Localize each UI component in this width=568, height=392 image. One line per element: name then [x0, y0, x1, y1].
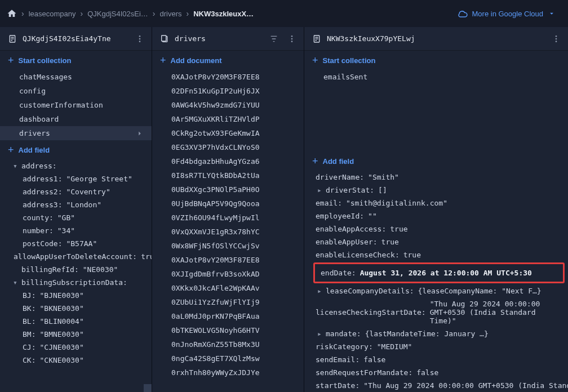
field-address1[interactable]: address1"George Street" — [0, 172, 152, 185]
field-county[interactable]: county"GB" — [0, 211, 152, 224]
more-in-google-cloud[interactable]: More in Google Cloud — [452, 5, 561, 22]
collection-item-selected[interactable]: drivers — [0, 126, 152, 140]
crumb-2[interactable]: drivers — [160, 10, 182, 18]
chevron-down-icon — [548, 10, 556, 17]
plus-icon: + — [160, 55, 166, 65]
svg-point-18 — [556, 41, 557, 42]
start-collection[interactable]: + Start collection — [0, 51, 152, 70]
field-bm[interactable]: BM"BMNE0030" — [0, 328, 152, 341]
start-collection[interactable]: + Start collection — [304, 51, 568, 70]
field-cj[interactable]: CJ"CJNE0030" — [0, 341, 152, 354]
plus-icon: + — [312, 55, 318, 65]
field-bl[interactable]: BL"BLIN0004" — [0, 315, 152, 328]
document-item[interactable]: 0VxQXXmVJE1gR3x78hYC — [152, 225, 304, 239]
document-item[interactable]: 0bTKEWOLVG5NoyhG6HTV — [152, 323, 304, 337]
field-number[interactable]: number"34" — [0, 224, 152, 237]
field-sendrequestmandate[interactable]: sendRequestForMandatefalse — [304, 366, 568, 379]
collection-icon — [160, 34, 169, 43]
svg-point-10 — [291, 38, 293, 39]
crumb-0[interactable]: leasecompany — [29, 10, 76, 18]
field-email[interactable]: email"smith@digitalinnk.com" — [304, 197, 568, 210]
panel2-overflow-menu[interactable] — [286, 33, 298, 45]
svg-point-6 — [139, 41, 141, 42]
field-employeeid[interactable]: employeeId"" — [304, 210, 568, 222]
document-item[interactable]: 0aL0MdJ0prKN7PqBFAua — [152, 309, 304, 323]
collapse-icon[interactable]: ▾ — [11, 162, 19, 170]
field-ck[interactable]: CK"CKNE0030" — [0, 354, 152, 367]
field-enableappaccess[interactable]: enableAppAccesstrue — [304, 222, 568, 235]
document-item[interactable]: 0Fd4bdgazbHhuAgYGza6 — [152, 154, 304, 168]
home-icon[interactable] — [7, 8, 17, 19]
field-startdate[interactable]: startDate"Thu Aug 29 2024 00:00:00 GMT+0… — [304, 379, 568, 392]
document-item[interactable]: 0XJIgdDmBfrvB3soXkAD — [152, 267, 304, 281]
collection-item[interactable]: emailsSent — [304, 70, 568, 84]
panel2-title: drivers — [175, 34, 262, 43]
panel-collection-middle: drivers + Add document 0XAJotP8vY20M3F87… — [152, 27, 304, 392]
document-item[interactable]: 0XAJotP8vY20M3F87EE8 — [152, 253, 304, 267]
expand-icon[interactable]: ▸ — [316, 329, 323, 338]
chevron-right-icon — [136, 130, 144, 137]
field-licensecheckstart[interactable]: licenseCheckingStartDate"Thu Aug 29 2024… — [304, 297, 568, 327]
document-item[interactable]: 0CkRg2otwX93FGeKmwIA — [152, 126, 304, 140]
field-allow-delete[interactable]: allowAppUserToDeleteAccounttrue — [0, 250, 152, 263]
document-item[interactable]: 0AWG4kV5hw9zmdG7iYUU — [152, 98, 304, 112]
horizontal-scrollbar[interactable] — [0, 384, 144, 392]
svg-point-4 — [139, 35, 141, 37]
add-document[interactable]: + Add document — [152, 51, 304, 70]
field-enableappuser[interactable]: enableAppUsertrue — [304, 235, 568, 248]
document-icon — [8, 34, 17, 43]
svg-rect-8 — [162, 35, 166, 41]
document-item[interactable]: 0Ar5MGXuXKRliTZHVldP — [152, 112, 304, 126]
plus-icon: + — [312, 156, 318, 166]
field-enddate-highlighted[interactable]: endDate August 31, 2026 at 12:00:00 AM U… — [313, 262, 565, 283]
field-driverstat[interactable]: ▸driverStat[] — [304, 184, 568, 197]
field-address[interactable]: ▾ address — [0, 159, 152, 172]
document-item[interactable]: 0UBdXXgc3PNOlP5aPH0O — [152, 182, 304, 197]
field-enablelicensecheck[interactable]: enableLicenseChecktrue — [304, 248, 568, 261]
field-mandate[interactable]: ▸mandate{lastMandateTime: January …} — [304, 327, 568, 340]
document-item[interactable]: 0XAJotP8vY20M3F87EE8 — [152, 70, 304, 84]
panel-document-left: QJKgdjS4I02sEia4yTne + Start collection … — [0, 27, 152, 392]
filter-icon[interactable] — [268, 33, 280, 45]
svg-point-11 — [291, 41, 293, 42]
field-address3[interactable]: address3"London" — [0, 198, 152, 211]
document-item[interactable]: 0nJnoRmXGnZ55Tb8Mx3U — [152, 337, 304, 351]
field-bk[interactable]: BK"BKNE0030" — [0, 302, 152, 315]
document-item[interactable]: 0I8sR7TLYQtkBDbA2tUa — [152, 168, 304, 182]
document-item[interactable]: 0ngCa42S8gET7XQlzMsw — [152, 351, 304, 366]
document-item[interactable]: 0UjBdBNqAP5V9Qg9Qooa — [152, 197, 304, 211]
panel1-title: QJKgdjS4I02sEia4yTne — [23, 34, 128, 43]
document-item[interactable]: 0XKkx0JkcAFle2WpKAAv — [152, 281, 304, 295]
add-field[interactable]: + Add field — [0, 140, 152, 159]
field-drivername[interactable]: driverName"Smith" — [304, 171, 568, 184]
document-item[interactable]: 0EG3XV3P7hVdxCLNYoS0 — [152, 140, 304, 154]
document-item[interactable]: 0rxhTnh80yWWyZxJDJYe — [152, 366, 304, 380]
field-billing-sub[interactable]: ▾billingSubscriptionData — [0, 276, 152, 289]
panel3-overflow-menu[interactable] — [550, 33, 562, 45]
panel1-overflow-menu[interactable] — [134, 33, 146, 45]
crumb-3[interactable]: NKW3szkIeuxX… — [193, 10, 254, 18]
expand-icon[interactable]: ▸ — [316, 186, 323, 194]
crumb-1[interactable]: QJKgdjS4I02sEi… — [87, 10, 148, 18]
collection-item[interactable]: dashboard — [0, 112, 152, 126]
field-address2[interactable]: address2"Coventry" — [0, 185, 152, 198]
document-item[interactable]: 0ZUbUi1YzZfuWjFlYIj9 — [152, 295, 304, 309]
collection-item[interactable]: chatMessages — [0, 70, 152, 84]
document-item[interactable]: 0Wx8WFjN5fOSlYCCwjSv — [152, 239, 304, 253]
document-item[interactable]: 0VZIh6OU94fLwyMjpwIl — [152, 211, 304, 225]
panel3-title: NKW3szkIeuxX79pYELwj — [327, 34, 544, 43]
plus-icon: + — [8, 145, 14, 155]
field-riskcategory[interactable]: riskCategory"MEDIUM" — [304, 340, 568, 353]
field-billing-ref[interactable]: billingRefId"NE0030" — [0, 263, 152, 276]
plus-icon: + — [8, 55, 14, 65]
field-postcode[interactable]: postCode"B57AA" — [0, 237, 152, 250]
expand-icon[interactable]: ▸ — [316, 287, 323, 295]
field-bj[interactable]: BJ"BJNE0030" — [0, 289, 152, 302]
field-leasecompany[interactable]: ▸leaseCompanyDetails{leaseCompanyName: "… — [304, 284, 568, 297]
collapse-icon[interactable]: ▾ — [11, 278, 19, 287]
document-item[interactable]: 02DFn51KuGpIP2uHj6JX — [152, 84, 304, 98]
field-sendemail[interactable]: sendEmailfalse — [304, 353, 568, 366]
add-field[interactable]: + Add field — [304, 152, 568, 171]
collection-item[interactable]: config — [0, 84, 152, 98]
collection-item[interactable]: customerInformation — [0, 98, 152, 112]
